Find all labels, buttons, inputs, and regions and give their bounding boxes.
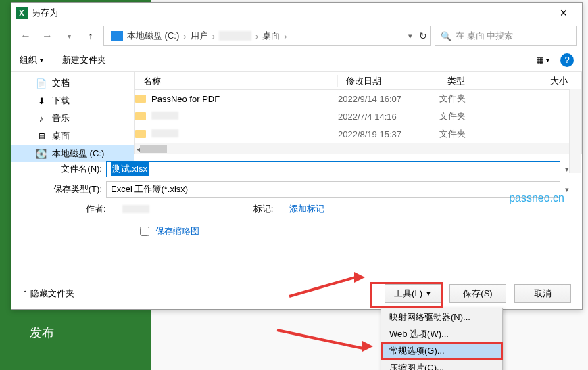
button-row: ⌃隐藏文件夹 工具(L)▼ 保存(S) 取消: [11, 277, 582, 309]
menu-item[interactable]: 映射网络驱动器(N)...: [381, 308, 502, 325]
tree-item-label: 文档: [52, 77, 70, 89]
filetype-dropdown[interactable]: ▾: [560, 185, 574, 194]
dialog-toolbar: 组织▾ 新建文件夹 ▦ ▾ ?: [11, 49, 582, 72]
table-row[interactable]: 2022/7/4 14:16文件夹: [135, 108, 581, 125]
save-button[interactable]: 保存(S): [449, 284, 506, 303]
row-type: 文件夹: [439, 128, 520, 140]
tree-item-icon: 🖥: [36, 131, 47, 141]
table-row[interactable]: 2022/8/19 15:37文件夹: [135, 125, 581, 143]
horizontal-scrollbar[interactable]: ◂: [135, 143, 581, 154]
file-list: 名称 修改日期 类型 大小 PassNeo for PDF2022/9/14 1…: [134, 72, 582, 154]
filename-input[interactable]: 测试.xlsx: [106, 161, 560, 177]
row-type: 文件夹: [439, 110, 520, 122]
row-type: 文件夹: [439, 93, 520, 105]
close-button[interactable]: ✕: [549, 3, 578, 23]
filename-label: 文件名(N):: [20, 163, 106, 175]
up-button[interactable]: ↑: [82, 27, 99, 45]
col-date[interactable]: 修改日期: [338, 75, 439, 87]
history-chevron[interactable]: ▾: [60, 27, 78, 45]
pc-icon: [111, 31, 123, 41]
row-date: 2022/9/14 16:07: [338, 94, 439, 104]
crumb-root[interactable]: 本地磁盘 (C:): [127, 30, 179, 42]
folder-icon: [135, 95, 146, 103]
row-date: 2022/8/19 15:37: [338, 129, 439, 139]
tree-item-label: 桌面: [52, 130, 70, 142]
author-label: 作者:: [86, 203, 106, 215]
folder-icon: [135, 112, 146, 120]
crumb-blurred-user[interactable]: [219, 31, 251, 41]
row-date: 2022/7/4 14:16: [338, 112, 439, 122]
new-folder-button[interactable]: 新建文件夹: [62, 54, 106, 66]
tree-item-icon: 📄: [36, 78, 47, 89]
tree-item-label: 音乐: [52, 112, 70, 124]
save-as-dialog: X 另存为 ✕ ← → ▾ ↑ 本地磁盘 (C:) › 用户 › › 桌面 › …: [11, 2, 583, 310]
add-tag-link[interactable]: 添加标记: [289, 203, 324, 215]
filetype-select[interactable]: Excel 工作簿(*.xlsx): [106, 181, 560, 198]
menu-item[interactable]: 压缩图片(C)...: [381, 359, 502, 370]
crumb-user-folder[interactable]: 用户: [191, 30, 208, 42]
help-button[interactable]: ?: [560, 53, 574, 67]
dialog-title: 另存为: [32, 7, 549, 19]
menu-item[interactable]: 常规选项(G)...: [381, 342, 502, 359]
tree-item-icon: 💽: [36, 148, 47, 159]
vertical-scrollbar[interactable]: [569, 89, 581, 173]
filetype-label: 保存类型(T):: [20, 183, 106, 195]
back-button[interactable]: ←: [17, 27, 34, 45]
nav-tree: 📄文档⬇下载♪音乐🖥桌面💽本地磁盘 (C:): [11, 72, 134, 154]
tree-item-icon: ⬇: [36, 95, 47, 106]
col-name[interactable]: 名称: [135, 75, 338, 87]
search-input[interactable]: 🔍 在 桌面 中搜索: [435, 26, 577, 46]
thumbnail-checkbox-input[interactable]: [140, 227, 149, 236]
tools-button[interactable]: 工具(L)▼: [385, 284, 441, 303]
publish-label: 发布: [30, 325, 54, 341]
table-row[interactable]: PassNeo for PDF2022/9/14 16:07文件夹: [135, 90, 581, 108]
save-thumbnail-checkbox[interactable]: 保存缩略图: [137, 225, 574, 238]
crumb-desktop[interactable]: 桌面: [262, 30, 280, 42]
form-area: 文件名(N): 测试.xlsx ▾ 保存类型(T): Excel 工作簿(*.x…: [11, 154, 582, 238]
cancel-button[interactable]: 取消: [514, 284, 571, 303]
tag-label: 标记:: [253, 203, 274, 215]
annotation-arrow-2: [277, 325, 378, 352]
view-button[interactable]: ▦ ▾: [536, 55, 549, 65]
crumb-dropdown[interactable]: ▾: [408, 32, 412, 41]
folder-icon: [135, 130, 146, 138]
tree-item-icon: ♪: [36, 113, 47, 124]
row-name: [151, 129, 178, 139]
tree-item-下载[interactable]: ⬇下载: [11, 92, 134, 110]
excel-icon: X: [16, 7, 28, 19]
search-icon: 🔍: [441, 31, 451, 41]
forward-button[interactable]: →: [39, 27, 56, 45]
menu-item[interactable]: Web 选项(W)...: [381, 325, 502, 342]
column-header-row: 名称 修改日期 类型 大小: [135, 72, 581, 90]
tree-item-label: 下载: [52, 95, 70, 107]
organize-button[interactable]: 组织▾: [20, 54, 43, 66]
tree-item-桌面[interactable]: 🖥桌面: [11, 127, 134, 145]
author-value-blurred: [122, 205, 149, 213]
tree-item-label: 本地磁盘 (C:): [52, 147, 104, 160]
nav-bar: ← → ▾ ↑ 本地磁盘 (C:) › 用户 › › 桌面 › ▾ ↻ 🔍 在 …: [11, 23, 582, 49]
refresh-button[interactable]: ↻: [419, 30, 427, 41]
col-type[interactable]: 类型: [439, 75, 520, 87]
hide-folders-button[interactable]: ⌃隐藏文件夹: [22, 287, 74, 300]
row-name: PassNeo for PDF: [151, 94, 220, 104]
tree-item-本地磁盘 (C:)[interactable]: 💽本地磁盘 (C:): [11, 145, 134, 162]
titlebar: X 另存为 ✕: [11, 3, 582, 23]
tree-item-文档[interactable]: 📄文档: [11, 74, 134, 92]
address-bar[interactable]: 本地磁盘 (C:) › 用户 › › 桌面 › ▾ ↻: [103, 26, 431, 46]
row-name: [151, 112, 178, 122]
col-size[interactable]: 大小: [520, 75, 581, 87]
scroll-thumb[interactable]: [140, 145, 167, 153]
tree-item-音乐[interactable]: ♪音乐: [11, 110, 134, 127]
tools-menu: 映射网络驱动器(N)...Web 选项(W)...常规选项(G)...压缩图片(…: [381, 308, 503, 370]
search-placeholder: 在 桌面 中搜索: [456, 30, 513, 42]
